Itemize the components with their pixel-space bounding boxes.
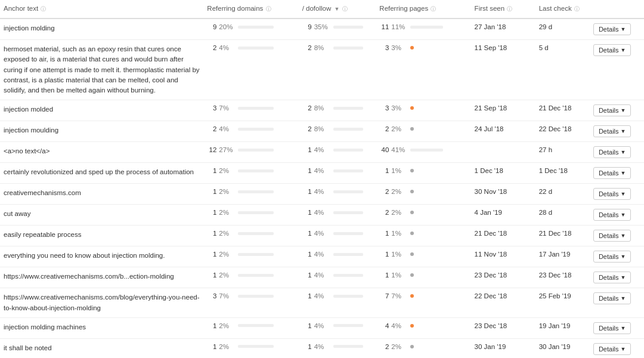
dot-indicator (410, 345, 414, 348)
rp-number: 40 (379, 146, 389, 153)
rd-percent: 27% (219, 146, 236, 153)
progress-bar (238, 169, 274, 172)
info-icon-rd[interactable]: ⓘ (266, 6, 271, 12)
referring-pages-cell: 11% (376, 226, 470, 246)
df-percent: 4% (314, 209, 331, 216)
details-button[interactable]: Details ▼ (593, 230, 631, 242)
rd-percent: 2% (219, 343, 236, 350)
referring-pages-cell: 11% (376, 163, 470, 184)
info-icon-last[interactable]: ⓘ (574, 6, 580, 12)
progress-bar (238, 107, 274, 110)
info-icon-rp[interactable]: ⓘ (431, 6, 436, 12)
progress-bar (333, 128, 363, 131)
referring-pages-cell: 11% (376, 267, 470, 288)
rd-number: 2 (207, 44, 216, 51)
sort-icon-dofollow[interactable]: ▼ (334, 6, 339, 12)
details-button[interactable]: Details ▼ (593, 209, 631, 221)
referring-domains-cell: 24% (203, 40, 298, 100)
anchor-text-cell: https://www.creativemechanisms.com/b...e… (0, 267, 203, 288)
anchor-text-cell: creativemechanisms.com (0, 184, 203, 205)
df-number: 1 (302, 343, 312, 350)
action-cell: Details ▼ (590, 267, 644, 288)
df-number: 2 (302, 125, 312, 132)
info-icon-anchor[interactable]: ⓘ (41, 6, 46, 12)
progress-bar (333, 149, 363, 152)
rp-percent: 41% (391, 146, 408, 153)
last-check-cell: 22 d (535, 184, 590, 205)
progress-bar (333, 345, 363, 348)
progress-bar (238, 295, 274, 298)
last-check-date: 30 Jan '19 (539, 343, 571, 350)
referring-pages-cell: 44% (376, 317, 470, 338)
anchor-text-cell: everything you need to know about inject… (0, 246, 203, 267)
rp-percent: 2% (391, 343, 408, 350)
dofollow-cell: 14% (299, 142, 376, 163)
last-check-cell: 21 Dec '18 (535, 100, 590, 121)
last-check-date: 28 d (539, 209, 552, 216)
dot-indicator (410, 252, 414, 256)
first-seen-cell: 21 Sep '18 (471, 100, 535, 121)
table-row: injection molding machines12%14%44%23 De… (0, 317, 644, 338)
details-button[interactable]: Details ▼ (593, 23, 631, 35)
df-percent: 35% (314, 23, 331, 30)
referring-domains-cell: 920% (203, 18, 298, 40)
details-button[interactable]: Details ▼ (593, 44, 631, 56)
progress-bar (238, 149, 274, 152)
details-button[interactable]: Details ▼ (593, 125, 631, 137)
first-seen-date: 30 Nov '18 (475, 188, 507, 195)
details-button[interactable]: Details ▼ (593, 271, 631, 283)
anchor-text-cell: cut away (0, 205, 203, 226)
action-cell: Details ▼ (590, 121, 644, 142)
table-row: injection molding920%935%1111%27 Jan '18… (0, 18, 644, 40)
df-percent: 4% (314, 271, 331, 279)
table-row: cut away12%14%22%4 Jan '1928 dDetails ▼ (0, 205, 644, 226)
details-button[interactable]: Details ▼ (593, 322, 631, 334)
details-button[interactable]: Details ▼ (593, 292, 631, 304)
anchor-text-cell: https://www.creativemechanisms.com/blog/… (0, 288, 203, 318)
dofollow-cell: 14% (299, 226, 376, 246)
df-number: 1 (302, 230, 312, 237)
details-button[interactable]: Details ▼ (593, 104, 631, 116)
dofollow-cell: 935% (299, 18, 376, 40)
info-icon-dofollow[interactable]: ⓘ (342, 6, 348, 12)
df-percent: 4% (314, 251, 331, 258)
table-row: everything you need to know about inject… (0, 246, 644, 267)
dot-indicator (410, 273, 414, 277)
details-button[interactable]: Details ▼ (593, 343, 631, 355)
last-check-cell: 19 Jan '19 (535, 317, 590, 338)
last-check-cell: 28 d (535, 205, 590, 226)
table-row: hermoset material, such as an epoxy resi… (0, 40, 644, 100)
first-seen-cell: 30 Jan '19 (471, 338, 535, 358)
dot-indicator (410, 106, 414, 110)
last-check-date: 17 Jan '19 (539, 251, 571, 258)
table-row: injection molded37%28%33%21 Sep '1821 De… (0, 100, 644, 121)
col-header-anchor: Anchor text ⓘ (0, 0, 203, 18)
first-seen-date: 30 Jan '19 (475, 343, 506, 350)
rd-number: 1 (207, 271, 216, 279)
referring-pages-cell: 22% (376, 205, 470, 226)
rd-percent: 4% (219, 125, 236, 132)
rp-percent: 4% (391, 322, 408, 329)
first-seen-date: 22 Dec '18 (475, 292, 507, 300)
details-button[interactable]: Details ▼ (593, 146, 631, 158)
dofollow-cell: 28% (299, 40, 376, 100)
table-row: creativemechanisms.com12%14%22%30 Nov '1… (0, 184, 644, 205)
action-cell: Details ▼ (590, 184, 644, 205)
dofollow-cell: 14% (299, 288, 376, 318)
df-number: 1 (302, 271, 312, 279)
last-check-date: 29 d (539, 23, 552, 30)
dot-indicator (410, 211, 414, 214)
last-check-cell: 22 Dec '18 (535, 121, 590, 142)
rd-number: 1 (207, 251, 216, 258)
rd-number: 1 (207, 167, 216, 174)
referring-pages-cell: 22% (376, 121, 470, 142)
details-button[interactable]: Details ▼ (593, 167, 631, 179)
details-button[interactable]: Details ▼ (593, 188, 631, 200)
info-icon-first[interactable]: ⓘ (507, 6, 512, 12)
details-button[interactable]: Details ▼ (593, 251, 631, 263)
df-number: 1 (302, 322, 312, 329)
rd-percent: 2% (219, 167, 236, 174)
first-seen-cell: 24 Jul '18 (471, 121, 535, 142)
progress-bar (333, 232, 363, 235)
first-seen-cell: 23 Dec '18 (471, 267, 535, 288)
